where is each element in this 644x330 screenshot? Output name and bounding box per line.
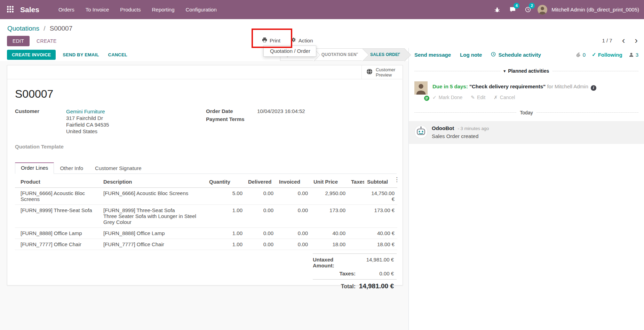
top-navbar: Sales Orders To Invoice Products Reporti… (0, 0, 644, 19)
order-line-row[interactable]: [FURN_7777] Office Chair [FURN_7777] Off… (15, 239, 397, 250)
order-line-row[interactable]: [FURN_8888] Office Lamp [FURN_8888] Offi… (15, 228, 397, 239)
messages-badge: 4 (514, 3, 519, 9)
status-step-quotation-sent[interactable]: QUOTATION SENT (314, 48, 363, 61)
message-author: OdooBot (432, 125, 454, 131)
cell-invoiced[interactable]: 0.00 (276, 205, 311, 228)
order-lines-table: Product Description Quantity Delivered I… (15, 176, 397, 250)
header-unit-price[interactable]: Unit Price (311, 176, 348, 188)
schedule-activity-button[interactable]: Schedule activity (491, 52, 541, 58)
tab-other-info[interactable]: Other Info (54, 162, 89, 174)
cancel-activity-button[interactable]: ✗ Cancel (494, 95, 515, 100)
send-by-email-button[interactable]: SEND BY EMAIL (61, 50, 101, 59)
header-product[interactable]: Product (15, 176, 101, 188)
odoobot-avatar (414, 125, 428, 138)
menu-orders[interactable]: Orders (54, 4, 79, 15)
messages-icon[interactable]: 4 (507, 5, 518, 15)
cell-quantity: 5.00 (206, 188, 245, 205)
customer-field: Customer Gemini Furniture 317 Fairchild … (15, 108, 206, 135)
cell-unit-price: 18.00 (311, 239, 348, 250)
order-date-label: Order Date (206, 108, 257, 114)
breadcrumb-quotations-link[interactable]: Quotations (7, 25, 39, 32)
message-body: Sales Order created (432, 133, 489, 139)
pager-value: 1 / 7 (602, 38, 612, 43)
cell-delivered: 0.00 (245, 228, 276, 239)
clock-icon (491, 52, 496, 58)
date-fields: Order Date 10/04/2023 16:04:52 Payment T… (206, 108, 305, 135)
user-avatar[interactable] (538, 5, 547, 15)
paperclip-icon (576, 52, 581, 57)
check-icon: ✓ (432, 95, 437, 100)
payment-terms-label: Payment Terms (206, 116, 257, 122)
order-date-field: Order Date 10/04/2023 16:04:52 (206, 108, 305, 114)
form-pane: CREATE INVOICE SEND BY EMAIL CANCEL QUOT… (0, 48, 408, 330)
debug-bug-icon[interactable] (492, 5, 503, 15)
document-title: S00007 (15, 88, 397, 100)
create-invoice-button[interactable]: CREATE INVOICE (7, 50, 56, 60)
user-name[interactable]: Mitchell Admin (db_direct_print_0005) (551, 7, 639, 13)
totals-block: Untaxed Amount: 14,981.00 € Taxes: 0.00 … (313, 253, 397, 291)
cell-unit-price: 173.00 (311, 205, 348, 228)
apps-menu-icon[interactable] (7, 6, 15, 14)
customer-link[interactable]: Gemini Furniture (66, 108, 109, 115)
header-quantity[interactable]: Quantity (206, 176, 245, 188)
header-subtotal[interactable]: Subtotal (364, 176, 397, 188)
print-button[interactable]: Print (262, 37, 280, 43)
log-note-button[interactable]: Log note (460, 52, 482, 58)
header-taxes[interactable]: Taxes (348, 176, 364, 188)
cell-subtotal: 18.00 € (364, 239, 397, 250)
order-line-row[interactable]: [FURN_6666] Acoustic Bloc Screens [FURN_… (15, 188, 397, 205)
cell-description: [FURN_6666] Acoustic Bloc Screens (101, 188, 206, 205)
cell-quantity: 1.00 (206, 239, 245, 250)
customer-preview-button[interactable]: Customer Preview (361, 65, 403, 79)
header-delivered[interactable]: Delivered (245, 176, 276, 188)
attachments-button[interactable]: 0 (576, 52, 586, 58)
edit-button[interactable]: EDIT (7, 36, 30, 46)
edit-activity-button[interactable]: ✎ Edit (471, 95, 485, 100)
header-description[interactable]: Description (101, 176, 206, 188)
info-icon[interactable]: i (591, 85, 596, 91)
navbar-systray: 4 2 Mitchell Admin (db_direct_print_0005… (492, 5, 639, 15)
message-timestamp: - 3 minutes ago (458, 126, 489, 131)
following-toggle[interactable]: ✓ Following (592, 51, 622, 58)
order-line-row[interactable]: [FURN_8999] Three-Seat Sofa [FURN_8999] … (15, 205, 397, 228)
menu-products[interactable]: Products (116, 4, 145, 15)
customer-label: Customer (15, 108, 66, 135)
control-panel: EDIT CREATE (0, 34, 644, 48)
followers-button[interactable]: 3 (629, 52, 638, 58)
app-name[interactable]: Sales (20, 6, 39, 14)
mark-done-button[interactable]: ✓ Mark Done (432, 95, 462, 100)
dropdown-item-quotation-order[interactable]: Quotation / Order (264, 46, 316, 56)
payment-terms-field: Payment Terms (206, 116, 305, 122)
x-mark-icon: ✗ (494, 95, 498, 100)
globe-icon (366, 69, 373, 76)
cell-taxes (348, 228, 364, 239)
chatter-message: OdooBot - 3 minutes ago Sales Order crea… (409, 121, 644, 144)
cell-subtotal: 14,750.00 € (364, 188, 397, 205)
cell-delivered[interactable]: 0.00 (245, 205, 276, 228)
sheet-area: Customer Preview S00007 Customer Gemini … (0, 61, 408, 330)
menu-to-invoice[interactable]: To Invoice (81, 4, 114, 15)
cell-description: [FURN_8999] Three-Seat Sofa Three Seater… (101, 205, 206, 228)
cell-delivered: 0.00 (245, 188, 276, 205)
column-options-icon[interactable]: ⋮ (394, 176, 400, 183)
main-menu: Orders To Invoice Products Reporting Con… (54, 4, 221, 15)
menu-reporting[interactable]: Reporting (147, 4, 179, 15)
cancel-button[interactable]: CANCEL (106, 50, 129, 59)
planned-activities-toggle[interactable]: ▾ Planned activities (504, 68, 549, 74)
activities-clock-icon[interactable]: 2 (522, 5, 533, 15)
tab-customer-signature[interactable]: Customer Signature (89, 162, 147, 174)
activity-due-date: Due in 5 days: (432, 83, 468, 89)
print-dropdown-menu: Quotation / Order (263, 46, 316, 57)
customer-preview-label: Customer Preview (376, 67, 398, 78)
notebook-tabs: Order Lines Other Info Customer Signatur… (15, 162, 397, 174)
pager-next-button[interactable]: › (635, 36, 638, 45)
menu-configuration[interactable]: Configuration (181, 4, 221, 15)
caret-down-icon: ▾ (504, 69, 506, 73)
header-invoiced[interactable]: Invoiced (276, 176, 311, 188)
create-button[interactable]: CREATE (34, 36, 59, 46)
cell-quantity[interactable]: 1.00 (206, 205, 245, 228)
tab-order-lines[interactable]: Order Lines (15, 162, 54, 174)
pager-previous-button[interactable]: ‹ (622, 36, 625, 45)
send-message-button[interactable]: Send message (414, 52, 451, 58)
action-button[interactable]: Action (291, 37, 313, 43)
